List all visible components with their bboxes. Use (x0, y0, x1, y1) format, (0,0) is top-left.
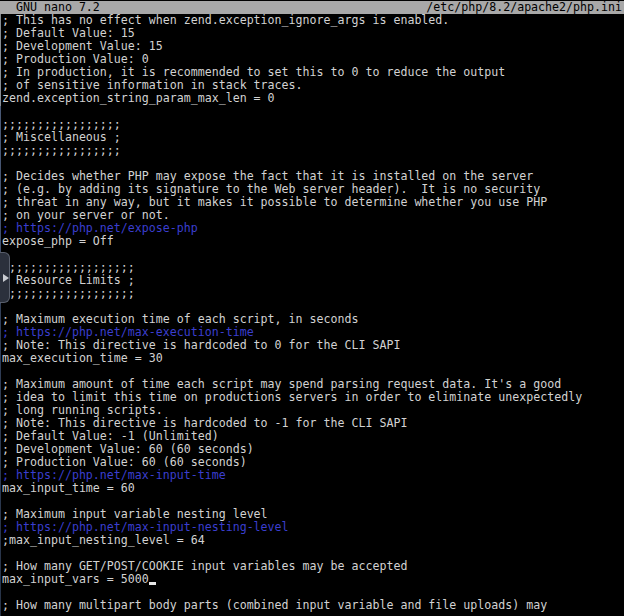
nano-app-title: GNU nano 7.2 (0, 1, 100, 14)
editor-line: ; How many multipart body parts (combine… (0, 599, 624, 612)
editor-line: ; Miscellaneous ; (0, 131, 624, 144)
editor-line: ; https://php.net/max-execution-time (0, 326, 624, 339)
editor-line: zend.exception_string_param_max_len = 0 (0, 92, 624, 105)
editor-line: ; How many GET/POST/COOKIE input variabl… (0, 560, 624, 573)
editor-blank-line (0, 300, 624, 313)
editor-line: ;max_input_nesting_level = 64 (0, 534, 624, 547)
editor-blank-line (0, 248, 624, 261)
editor-line: ; Production Value: 0 (0, 53, 624, 66)
editor-line: max_input_time = 60 (0, 482, 624, 495)
editor-line: ; Development Value: 15 (0, 40, 624, 53)
editor-line: ; threat in any way, but it makes it pos… (0, 196, 624, 209)
editor-line: ; idea to limit this time on productions… (0, 391, 624, 404)
editor-line: max_execution_time = 30 (0, 352, 624, 365)
editor-line: ; Maximum execution time of each script,… (0, 313, 624, 326)
editor-line: ; Maximum amount of time each script may… (0, 378, 624, 391)
editor-line: ; https://php.net/max-input-nesting-leve… (0, 521, 624, 534)
editor-line: ; In production, it is recommended to se… (0, 66, 624, 79)
editor-line: ; Resource Limits ; (0, 274, 624, 287)
editor-line: ; Default Value: -1 (Unlimited) (0, 430, 624, 443)
editor-line: ; Note: This directive is hardcoded to -… (0, 417, 624, 430)
editor-line: ; Development Value: 60 (60 seconds) (0, 443, 624, 456)
editor-line: max_input_vars = 5000 (0, 573, 624, 586)
editor-blank-line (0, 105, 624, 118)
editor-area[interactable]: ; This has no effect when zend.exception… (0, 14, 624, 616)
editor-line: ; on your server or not. (0, 209, 624, 222)
editor-blank-line (0, 547, 624, 560)
editor-line: ; of sensitive information in stack trac… (0, 79, 624, 92)
text-cursor (149, 573, 156, 586)
editor-line: ; Decides whether PHP may expose the fac… (0, 170, 624, 183)
nano-titlebar: GNU nano 7.2 /etc/php/8.2/apache2/php.in… (0, 1, 624, 14)
editor-line: expose_php = Off (0, 235, 624, 248)
editor-line: ; Maximum input variable nesting level (0, 508, 624, 521)
editor-line: ;;;;;;;;;;;;;;;;; (0, 144, 624, 157)
editor-line: ; Default Value: 15 (0, 27, 624, 40)
arrow-right-icon (3, 274, 9, 282)
editor-blank-line (0, 495, 624, 508)
editor-blank-line (0, 586, 624, 599)
editor-line: ; long running scripts. (0, 404, 624, 417)
editor-line: ; https://php.net/expose-php (0, 222, 624, 235)
file-path: /etc/php/8.2/apache2/php.ini (426, 1, 624, 14)
editor-line: ; Note: This directive is hardcoded to 0… (0, 339, 624, 352)
side-panel-handle[interactable] (0, 252, 10, 303)
terminal-window: GNU nano 7.2 /etc/php/8.2/apache2/php.in… (0, 0, 624, 616)
editor-line: ;;;;;;;;;;;;;;;;;;; (0, 261, 624, 274)
editor-line: ; Production Value: 60 (60 seconds) (0, 456, 624, 469)
editor-line: ; (e.g. by adding its signature to the W… (0, 183, 624, 196)
editor-line: ; https://php.net/max-input-time (0, 469, 624, 482)
editor-line: ;;;;;;;;;;;;;;;;; (0, 118, 624, 131)
editor-line: ; This has no effect when zend.exception… (0, 14, 624, 27)
editor-line: ;;;;;;;;;;;;;;;;;;; (0, 287, 624, 300)
editor-blank-line (0, 157, 624, 170)
editor-blank-line (0, 365, 624, 378)
